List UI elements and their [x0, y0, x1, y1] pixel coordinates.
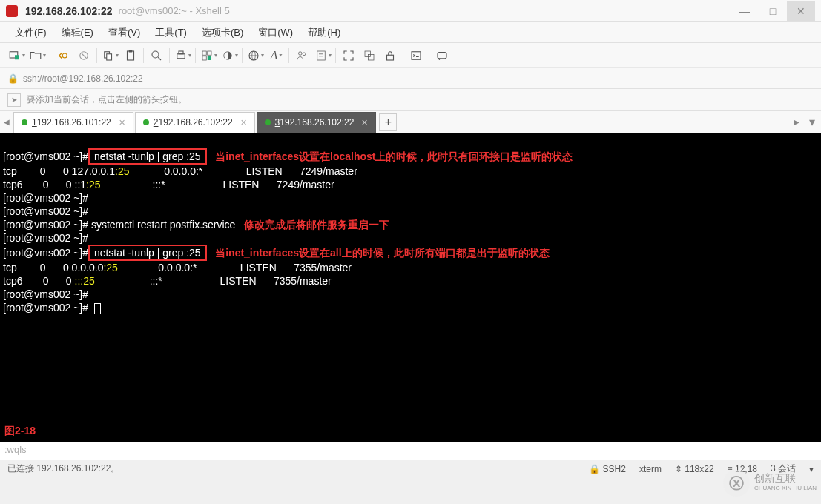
menu-tab[interactable]: 选项卡(B)	[194, 23, 251, 42]
highlighted-command: netstat -tunlp | grep :25	[88, 148, 207, 165]
tab-label: 192.168.26.102:22	[158, 117, 232, 127]
svg-rect-8	[129, 50, 133, 52]
output-line: tcp6 0	[3, 179, 48, 190]
prompt: [root@vms002 ~]#	[3, 150, 88, 162]
color-icon[interactable]	[219, 45, 240, 66]
session-tab-1[interactable]: 1 192.168.26.101:22 ✕	[13, 112, 133, 133]
menu-view[interactable]: 查看(V)	[101, 23, 148, 42]
svg-rect-26	[365, 51, 371, 57]
new-tab-button[interactable]: +	[379, 113, 397, 131]
watermark: ⓧ 创新互联 CHUANG XIN HU LIAN	[723, 470, 817, 497]
watermark-logo-icon: ⓧ	[723, 470, 750, 497]
svg-rect-27	[369, 54, 375, 60]
add-session-arrow-button[interactable]: ➤	[7, 93, 21, 107]
minimize-button[interactable]: —	[731, 1, 759, 21]
output-line: tcp6 0	[3, 275, 48, 287]
maximize-button[interactable]: □	[759, 1, 787, 21]
lock-icon[interactable]	[380, 45, 400, 66]
prompt: [root@vms002 ~]#	[3, 288, 88, 300]
prompt: [root@vms002 ~]#	[3, 302, 88, 314]
copy-icon[interactable]	[99, 45, 120, 66]
script-icon[interactable]	[312, 45, 333, 66]
address-bar[interactable]: 🔒 ssh://root@192.168.26.102:22	[0, 68, 821, 89]
status-dot-icon	[143, 119, 149, 125]
output-line: tcp 0	[3, 262, 46, 273]
prompt: [root@vms002 ~]#	[3, 247, 88, 259]
properties-icon[interactable]	[198, 45, 219, 66]
svg-line-10	[158, 57, 161, 60]
svg-point-2	[62, 53, 67, 58]
app-icon	[6, 5, 18, 17]
prompt: [root@vms002 ~]#	[3, 232, 88, 244]
annotation-text: 当inet_interfaces设置在localhost上的时候，此时只有回环接…	[207, 150, 573, 162]
help-icon[interactable]	[432, 45, 452, 66]
tab-scroll-right[interactable]: ▶	[790, 112, 803, 133]
prompt: [root@vms002 ~]#	[3, 219, 88, 231]
tab-close-icon[interactable]: ✕	[119, 118, 125, 127]
lock-small-icon: 🔒	[7, 73, 19, 84]
tab-number: 2	[154, 117, 159, 127]
tab-close-icon[interactable]: ✕	[240, 118, 247, 127]
annotation-text: 修改完成后将邮件服务重启一下	[235, 219, 389, 231]
menu-tools[interactable]: 工具(T)	[148, 23, 194, 42]
svg-rect-11	[177, 53, 185, 58]
svg-line-4	[82, 53, 86, 58]
output-line: tcp 0	[3, 165, 46, 177]
tab-bar: ◀ 1 192.168.26.101:22 ✕ 2 192.168.26.102…	[0, 111, 821, 133]
print-icon[interactable]	[172, 45, 193, 66]
window-controls: — □ ✕	[731, 1, 815, 21]
menu-file[interactable]: 文件(F)	[7, 23, 54, 42]
tab-label: 192.168.26.101:22	[37, 117, 111, 127]
svg-rect-12	[179, 51, 183, 54]
command-input[interactable]: :wqls	[0, 442, 821, 460]
globe-icon[interactable]	[245, 45, 266, 66]
search-icon[interactable]	[146, 45, 167, 66]
svg-rect-16	[207, 56, 211, 59]
close-button[interactable]: ✕	[787, 1, 815, 21]
status-dot-icon	[265, 119, 271, 125]
reconnect-icon[interactable]	[53, 45, 73, 66]
paste-icon[interactable]	[120, 45, 141, 66]
svg-rect-1	[15, 55, 19, 59]
terminal-output[interactable]: [root@vms002 ~]# netstat -tunlp | grep :…	[0, 133, 821, 442]
window-title-sub: root@vms002:~ - Xshell 5	[119, 5, 230, 16]
session-tab-3[interactable]: 3 192.168.26.102:22 ✕	[257, 112, 377, 133]
menu-help[interactable]: 帮助(H)	[300, 23, 348, 42]
toolbar: A	[0, 43, 821, 68]
status-term: xterm	[639, 464, 662, 474]
new-session-icon[interactable]	[6, 45, 27, 66]
tab-scroll-left[interactable]: ◀	[0, 112, 13, 133]
open-icon[interactable]	[27, 45, 47, 66]
svg-point-9	[152, 51, 159, 58]
status-size: ⇕ 118x22	[675, 464, 714, 474]
menu-window[interactable]: 窗口(W)	[251, 23, 300, 42]
svg-point-22	[303, 52, 306, 55]
tab-menu-icon[interactable]: ▾	[803, 115, 821, 129]
session-tab-2[interactable]: 2 192.168.26.102:22 ✕	[135, 112, 255, 133]
disconnect-icon[interactable]	[73, 45, 94, 66]
svg-rect-6	[106, 53, 111, 59]
window-title-main: 192.168.26.102:22	[25, 5, 113, 17]
tab-number: 1	[32, 117, 37, 127]
hint-text: 要添加当前会话，点击左侧的箭头按钮。	[27, 93, 187, 106]
font-icon[interactable]: A	[266, 45, 286, 66]
highlighted-command: netstat -tunlp | grep :25	[88, 245, 207, 261]
menu-edit[interactable]: 编辑(E)	[54, 23, 101, 42]
transparency-icon[interactable]	[359, 45, 380, 66]
svg-rect-7	[128, 51, 134, 60]
prompt: [root@vms002 ~]#	[3, 205, 88, 217]
svg-rect-13	[202, 51, 206, 55]
svg-rect-15	[202, 56, 206, 59]
fullscreen-icon[interactable]	[338, 45, 359, 66]
tab-close-icon[interactable]: ✕	[361, 118, 368, 127]
prompt: [root@vms002 ~]#	[3, 192, 88, 204]
users-icon[interactable]	[291, 45, 312, 66]
svg-rect-28	[387, 55, 394, 60]
status-ssh: 🔒 SSH2	[589, 464, 626, 474]
svg-point-21	[299, 51, 303, 55]
tab-number: 3	[275, 117, 280, 127]
annotation-text: 当inet_interfaces设置在all上的时候，此时所有端口都是出于监听的…	[207, 247, 550, 259]
terminal-icon[interactable]	[406, 45, 426, 66]
svg-rect-30	[438, 52, 446, 58]
connection-status: 已连接 192.168.26.102:22。	[7, 462, 119, 475]
